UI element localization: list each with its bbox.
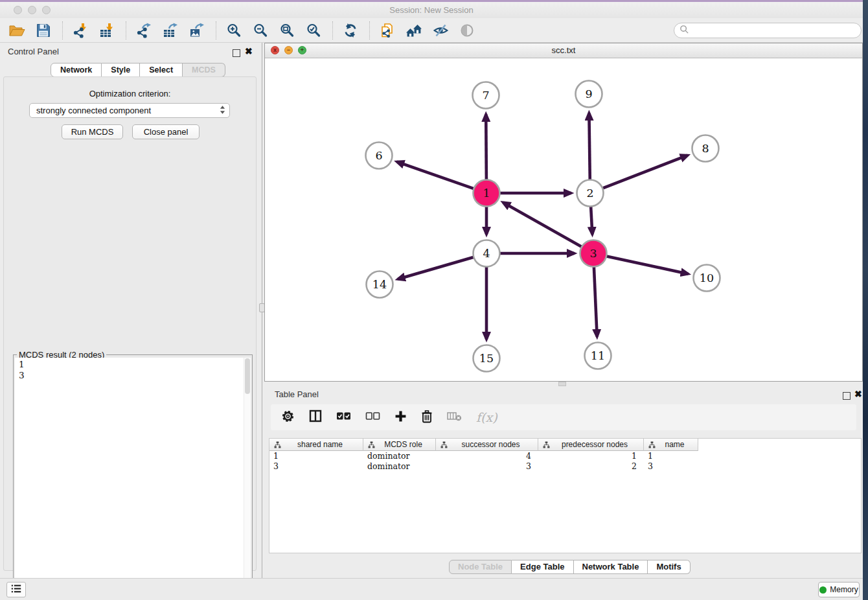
control-panel-close-icon[interactable]: ✖ [245,46,253,56]
table-panel-close-icon[interactable]: ✖ [854,389,862,399]
svg-text:4: 4 [483,247,490,260]
window-zoom-button[interactable] [42,6,51,14]
import-table-button[interactable] [97,21,117,40]
refresh-layout-button[interactable] [340,21,361,40]
graph-edge-2-9[interactable] [589,113,589,181]
delete-row-button[interactable] [421,410,433,426]
horizontal-splitter-handle[interactable] [558,382,566,386]
graph-node-6[interactable]: 6 [366,143,393,169]
cell-MCDS-role: dominator [363,461,436,472]
save-icon [36,23,51,38]
table-row[interactable]: 3dominator323 [269,461,861,472]
app-titlebar[interactable]: Session: New Session [0,2,863,18]
mcds-result-list[interactable]: 13 [15,358,251,599]
graph-node-9[interactable]: 9 [576,81,602,108]
graph-edge-1-6[interactable] [397,162,475,189]
delete-row-icon [421,410,433,426]
shared-column-icon [543,441,550,448]
graph-edge-3-11[interactable] [594,266,597,337]
graph-edge-4-14[interactable] [398,257,475,279]
control-panel-tabs: NetworkStyleSelectMCDS [51,63,225,77]
column-header-predecessor-nodes[interactable]: predecessor nodes [538,439,644,451]
clear-selection-button[interactable] [365,411,380,423]
node-table[interactable]: shared nameMCDS rolesuccessor nodesprede… [269,438,862,553]
open-folder-button[interactable] [6,21,27,40]
table-row[interactable]: 1dominator411 [269,451,861,461]
table-tabs: Node TableEdge TableNetwork TableMotifs [449,560,691,574]
tab-network[interactable]: Network [51,63,102,77]
hide-selection-button[interactable] [430,21,451,40]
tab-mcds[interactable]: MCDS [183,63,225,77]
select-all-icon [336,411,351,423]
column-header-shared-name[interactable]: shared name [269,439,363,451]
network-view-frame: x − + scc.txt 7968124314101511 [264,43,863,382]
column-header-MCDS-role[interactable]: MCDS role [363,439,436,451]
tab-edge-table[interactable]: Edge Table [512,560,573,574]
tab-select[interactable]: Select [140,63,183,77]
graph-node-1[interactable]: 1 [474,180,500,207]
window-close-button[interactable] [14,6,22,14]
table-panel-float-icon[interactable] [843,391,851,402]
graph-node-14[interactable]: 14 [367,271,393,298]
graph-edge-2-8[interactable] [601,156,687,189]
run-mcds-button[interactable]: Run MCDS [62,124,123,139]
export-network-button[interactable] [133,21,154,40]
cell-successor-nodes: 3 [436,461,538,472]
frame-minimize-icon[interactable]: − [284,46,293,54]
add-row-button[interactable] [394,410,407,425]
zoom-fit-button[interactable] [277,21,297,40]
column-header-successor-nodes[interactable]: successor nodes [436,439,538,451]
graph-node-10[interactable]: 10 [694,265,720,292]
search-box[interactable] [674,23,862,38]
graph-node-8[interactable]: 8 [692,135,719,162]
save-button[interactable] [33,21,54,40]
tab-node-table[interactable]: Node Table [449,560,512,574]
graph-node-15[interactable]: 15 [474,345,500,372]
column-header-name[interactable]: name [644,439,698,451]
control-panel-float-icon[interactable] [233,48,240,60]
close-panel-button[interactable]: Close panel [132,124,200,139]
zoom-out-button[interactable] [250,21,271,40]
graph-node-7[interactable]: 7 [473,82,499,109]
select-all-button[interactable] [336,411,351,423]
tab-network-table[interactable]: Network Table [574,560,648,574]
shared-column-icon [648,441,656,448]
search-input[interactable] [692,25,856,36]
task-history-button[interactable] [6,582,26,597]
columns-button[interactable] [309,410,322,425]
graph-edge-3-10[interactable] [605,256,688,274]
graph-node-4[interactable]: 4 [474,240,500,267]
shared-column-icon [368,441,375,448]
memory-button[interactable]: Memory [818,582,860,597]
network-overview-button[interactable] [404,21,424,40]
window-minimize-button[interactable] [28,6,36,14]
zoom-in-button[interactable] [223,21,244,40]
gear-button[interactable] [281,410,295,426]
graph-edge-2-3[interactable] [591,205,592,235]
tab-style[interactable]: Style [102,63,140,77]
select-stepper-icon [220,105,225,117]
graph-node-3[interactable]: 3 [580,240,607,267]
frame-zoom-icon[interactable]: + [298,46,306,54]
result-scrollbar[interactable] [244,358,251,599]
graph-node-2[interactable]: 2 [577,180,604,207]
graph-node-11[interactable]: 11 [585,343,611,369]
columns-icon [309,410,322,425]
network-graph-canvas[interactable]: 7968124314101511 [265,58,862,381]
criterion-select[interactable]: strongly connected component [29,103,230,118]
table-toolbar: f(x) [271,404,856,430]
svg-text:7: 7 [482,89,489,102]
frame-close-icon[interactable]: x [271,46,279,54]
graph-edge-1-7[interactable] [486,115,486,181]
network-frame-titlebar[interactable]: x − + scc.txt [265,43,862,58]
criterion-value: strongly connected component [36,106,220,115]
export-table-button[interactable] [160,21,181,40]
zoom-selected-button[interactable] [303,21,324,40]
graph-edge-3-1[interactable] [503,203,583,248]
tab-motifs[interactable]: Motifs [648,560,690,574]
svg-text:9: 9 [585,87,592,100]
add-row-icon [394,410,407,425]
export-image-button[interactable] [187,21,207,40]
import-network-button[interactable] [70,21,91,40]
clone-network-button[interactable] [377,21,398,40]
